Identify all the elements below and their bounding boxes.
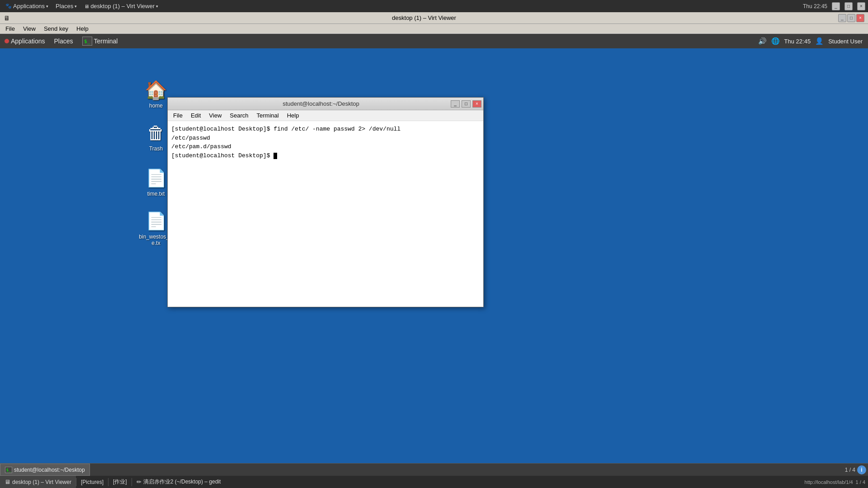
home-icon: 🏠: [145, 79, 167, 101]
time-txt-icon: 📄: [145, 167, 167, 189]
user-icon[interactable]: 👤: [815, 37, 824, 45]
guest-terminal-menu[interactable]: $_ Terminal: [78, 35, 123, 47]
terminal-menu-file[interactable]: File: [170, 111, 186, 120]
host-maximize-btn[interactable]: □: [844, 2, 853, 10]
host-time: Thu 22:45: [803, 3, 827, 9]
terminal-line-3: /etc/pam.d/passwd: [171, 142, 480, 151]
terminal-menu-help[interactable]: Help: [283, 111, 303, 120]
terminal-body[interactable]: [student@localhost Desktop]$ find /etc/ …: [168, 121, 483, 307]
terminal-menu-search[interactable]: Search: [226, 111, 252, 120]
guest-panel: Applications Places $_ Terminal 🔊 🌐 Thu …: [0, 34, 868, 48]
host-task-gedit-icon: ✏: [137, 479, 142, 485]
terminal-close-btn[interactable]: ×: [472, 100, 481, 108]
host-task-pictures-label: [Pictures]: [81, 479, 104, 485]
host-places-arrow: ▾: [75, 4, 77, 9]
trash-icon-label: Trash: [149, 145, 163, 152]
guest-taskbar-count: 1 / 4: [845, 467, 855, 473]
host-task-zuoye[interactable]: [作业]: [108, 476, 132, 488]
guest-taskbar-terminal[interactable]: $_ student@localhost:~/Desktop: [0, 464, 90, 476]
terminal-title: student@localhost:~/Desktop: [192, 100, 450, 107]
host-minimize-btn[interactable]: _: [832, 2, 840, 10]
time-txt-label: time.txt: [147, 191, 165, 197]
network-icon[interactable]: 🌐: [771, 37, 780, 45]
host-task-virt-label: desktop (1) – Virt Viewer: [12, 479, 71, 485]
host-task-virt-viewer[interactable]: 🖥 desktop (1) – Virt Viewer: [0, 476, 76, 488]
vv-menu-help[interactable]: Help: [73, 24, 92, 33]
terminal-menu-terminal[interactable]: Terminal: [253, 111, 283, 120]
guest-user: Student User: [828, 38, 863, 45]
terminal-cursor: [274, 153, 277, 159]
taskbar-terminal-icon: $_: [5, 467, 12, 473]
host-task-gedit[interactable]: ✏ 滴启赤作业2 (~/Desktop) – gedit: [132, 476, 226, 488]
host-applications-menu[interactable]: 🐾 Applications ▾: [3, 2, 51, 10]
host-applications-arrow: ▾: [46, 4, 48, 9]
terminal-maximize-btn[interactable]: □: [462, 100, 471, 108]
terminal-menubar: File Edit View Search Terminal Help: [168, 110, 483, 121]
host-taskbar: 🖥 desktop (1) – Virt Viewer [Pictures] […: [0, 476, 868, 488]
terminal-minimize-btn[interactable]: _: [451, 100, 460, 108]
host-places-label: Places: [56, 3, 73, 9]
volume-icon[interactable]: 🔊: [758, 37, 767, 45]
vv-menu-view[interactable]: View: [19, 24, 39, 33]
terminal-line-2: /etc/passwd: [171, 134, 480, 143]
host-task-virt-icon: 🖥: [5, 479, 10, 485]
guest-time: Thu 22:45: [784, 38, 811, 45]
trash-icon: 🗑: [145, 122, 167, 144]
host-window-arrow: ▾: [156, 4, 158, 9]
virt-viewer-title: desktop (1) – Virt Viewer: [10, 14, 838, 21]
host-taskbar-url: http://localhost/lab/1/4: [805, 479, 853, 485]
guest-applications-label: Applications: [11, 38, 45, 45]
vv-minimize-btn[interactable]: _: [838, 14, 846, 22]
guest-panel-left: Applications Places $_ Terminal: [0, 35, 122, 47]
guest-desktop: Applications Places $_ Terminal 🔊 🌐 Thu …: [0, 34, 868, 476]
guest-places-label: Places: [54, 38, 73, 45]
host-close-btn[interactable]: ×: [857, 2, 865, 10]
terminal-menu-view[interactable]: View: [205, 111, 225, 120]
guest-panel-right: 🔊 🌐 Thu 22:45 👤 Student User: [758, 37, 868, 45]
host-task-zuoye-label: [作业]: [113, 478, 127, 486]
host-task-gedit-label: 滴启赤作业2 (~/Desktop) – gedit: [143, 478, 221, 486]
host-topbar-right: Thu 22:45 _ □ ×: [803, 2, 865, 10]
bin-file-icon: 📄: [145, 210, 167, 232]
terminal-panel-icon: $_: [82, 37, 92, 46]
host-taskbar-right: http://localhost/lab/1/4 1 / 4: [805, 479, 868, 485]
vv-menu-sendkey[interactable]: Send key: [40, 24, 72, 33]
vv-menu-file[interactable]: File: [2, 24, 19, 33]
terminal-menu-edit[interactable]: Edit: [187, 111, 204, 120]
terminal-window-controls: _ □ ×: [450, 100, 481, 108]
host-task-pictures[interactable]: [Pictures]: [76, 476, 108, 488]
guest-applications-menu[interactable]: Applications: [0, 36, 50, 47]
virt-viewer-menubar: File View Send key Help: [0, 24, 868, 34]
guest-places-menu[interactable]: Places: [50, 36, 78, 47]
host-window-label: desktop (1) – Virt Viewer: [90, 3, 155, 9]
virt-viewer-titlebar: 🖥 desktop (1) – Virt Viewer _ □ ×: [0, 12, 868, 24]
terminal-line-1: [student@localhost Desktop]$ find /etc/ …: [171, 125, 480, 134]
host-places-menu[interactable]: Places ▾: [53, 2, 80, 10]
host-taskbar-page: 1 / 4: [856, 479, 865, 485]
host-topbar-left: 🐾 Applications ▾ Places ▾ 🖥 desktop (1) …: [3, 2, 161, 10]
terminal-titlebar: student@localhost:~/Desktop _ □ ×: [168, 98, 483, 110]
vv-close-btn[interactable]: ×: [856, 14, 864, 22]
virt-viewer-window-controls: _ □ ×: [838, 14, 864, 22]
terminal-window: student@localhost:~/Desktop _ □ × File E…: [167, 97, 484, 307]
vv-maximize-btn[interactable]: □: [847, 14, 855, 22]
terminal-line-4: [student@localhost Desktop]$: [171, 151, 480, 160]
guest-taskbar-right: 1 / 4 i: [845, 465, 868, 474]
home-icon-label: home: [149, 103, 163, 109]
virt-viewer-icon: 🖥: [4, 14, 10, 22]
applications-dot-icon: [5, 39, 9, 43]
guest-taskbar-terminal-label: student@localhost:~/Desktop: [14, 467, 85, 473]
guest-terminal-label: Terminal: [94, 38, 118, 45]
guest-info-btn[interactable]: i: [857, 465, 866, 474]
host-active-window[interactable]: 🖥 desktop (1) – Virt Viewer ▾: [81, 2, 161, 10]
host-applications-label: Applications: [13, 3, 45, 9]
host-topbar: 🐾 Applications ▾ Places ▾ 🖥 desktop (1) …: [0, 0, 868, 12]
guest-taskbar: $_ student@localhost:~/Desktop 1 / 4 i: [0, 463, 868, 476]
